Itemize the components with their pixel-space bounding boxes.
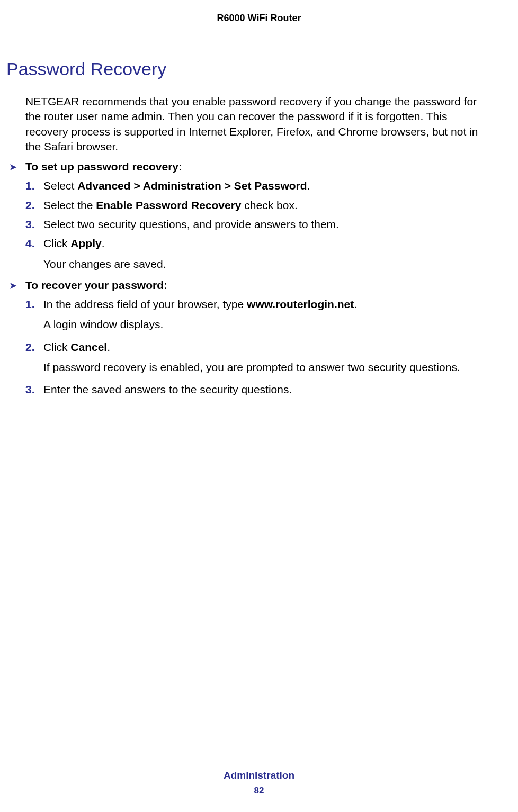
step-item: 2. Click Cancel. (25, 340, 493, 355)
step-text: In the address field of your browser, ty… (43, 298, 247, 310)
step-number: 3. (25, 217, 35, 232)
task-heading-setup: ➤ To set up password recovery: (25, 160, 493, 173)
section-heading: Password Recovery (6, 59, 493, 79)
step-text: Enter the saved answers to the security … (43, 383, 292, 395)
header-product-title: R6000 WiFi Router (25, 0, 493, 29)
footer-divider (25, 763, 493, 763)
step-bold: Cancel (70, 341, 107, 353)
chevron-right-icon: ➤ (10, 162, 16, 172)
step-result: A login window displays. (43, 317, 493, 332)
step-suffix: . (102, 237, 105, 249)
step-list-recover: 1. In the address field of your browser,… (25, 297, 493, 398)
step-suffix: . (354, 298, 357, 310)
step-bold: Apply (70, 237, 101, 249)
chevron-right-icon: ➤ (10, 281, 16, 291)
footer-page-number: 82 (25, 786, 493, 796)
step-result: Your changes are saved. (43, 257, 493, 272)
step-number: 1. (25, 297, 35, 312)
intro-paragraph: NETGEAR recommends that you enable passw… (25, 94, 493, 154)
task-heading-recover: ➤ To recover your password: (25, 279, 493, 292)
step-result: If password recovery is enabled, you are… (43, 360, 493, 375)
step-item: 1. Select Advanced > Administration > Se… (25, 178, 493, 193)
step-bold: www.routerlogin.net (247, 298, 354, 310)
step-suffix: . (107, 341, 110, 353)
page-footer: Administration 82 (25, 763, 493, 796)
step-item: 3. Enter the saved answers to the securi… (25, 382, 493, 397)
step-number: 2. (25, 198, 35, 213)
step-text: Select (43, 179, 77, 192)
step-number: 4. (25, 236, 35, 251)
step-text: Click (43, 237, 70, 249)
step-number: 3. (25, 382, 35, 397)
step-suffix: . (307, 179, 310, 192)
step-bold: Enable Password Recovery (96, 199, 241, 211)
step-number: 1. (25, 178, 35, 193)
step-item: 2. Select the Enable Password Recovery c… (25, 198, 493, 213)
step-item: 4. Click Apply. (25, 236, 493, 251)
task-heading-recover-label: To recover your password: (25, 279, 167, 291)
step-suffix: check box. (242, 199, 298, 211)
footer-section-label: Administration (25, 770, 493, 781)
step-text: Click (43, 341, 70, 353)
step-list-setup: 1. Select Advanced > Administration > Se… (25, 178, 493, 272)
step-text: Select two security questions, and provi… (43, 218, 339, 230)
step-number: 2. (25, 340, 35, 355)
step-item: 3. Select two security questions, and pr… (25, 217, 493, 232)
step-text: Select the (43, 199, 96, 211)
task-heading-setup-label: To set up password recovery: (25, 160, 182, 173)
step-bold: Advanced > Administration > Set Password (77, 179, 307, 192)
step-item: 1. In the address field of your browser,… (25, 297, 493, 312)
